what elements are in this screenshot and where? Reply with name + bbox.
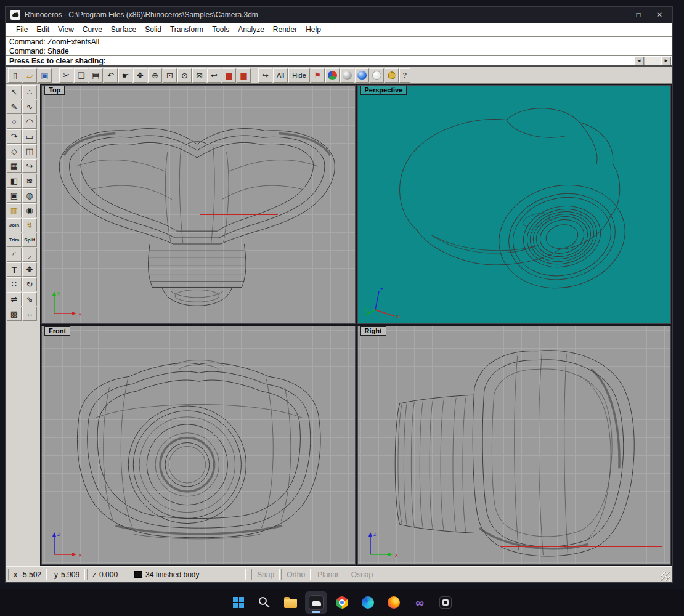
toolbar-button-view-undo[interactable]: ↩	[207, 68, 221, 83]
sidebar-tool-curve-draw[interactable]: ✎	[7, 100, 22, 114]
sidebar-tool-grid-options[interactable]: ▩	[7, 307, 22, 321]
viewport-front[interactable]: z x Front	[41, 326, 356, 565]
toolbar-button-hide[interactable]: Hide	[288, 68, 310, 83]
toolbar-button-pan[interactable]: ☛	[118, 68, 132, 83]
menu-item-tools[interactable]: Tools	[208, 24, 234, 35]
taskbar-item-search[interactable]	[253, 591, 275, 614]
toolbar-button-paste[interactable]: ▤	[89, 68, 103, 83]
taskbar-item-edge[interactable]	[357, 591, 379, 614]
viewport-label-perspective[interactable]: Perspective	[360, 86, 407, 95]
sidebar-tool-split[interactable]: Split	[22, 233, 37, 247]
sidebar-tool-text[interactable]: T	[7, 262, 22, 277]
prompt-scrollbar[interactable]: ◄ ►	[634, 57, 671, 65]
sidebar-tool-transform[interactable]: ✥	[22, 262, 37, 277]
menu-item-edit[interactable]: Edit	[32, 24, 54, 35]
sidebar-tool-plane[interactable]: ▦	[7, 159, 22, 173]
viewport-label-top[interactable]: Top	[44, 86, 65, 95]
sidebar-tool-dimension[interactable]: ↔	[22, 307, 37, 321]
sidebar-tool-tube[interactable]: ◫	[22, 144, 37, 158]
sidebar-tool-array[interactable]: ∷	[7, 277, 22, 291]
statusbar-pane-planar[interactable]: Planar	[312, 569, 344, 580]
sidebar-tool-curve-tools[interactable]: ↪	[22, 159, 37, 173]
toolbar-button-options-gear[interactable]	[385, 68, 399, 83]
toolbar-button-render-preview-car[interactable]: ▆	[237, 68, 251, 83]
menu-item-help[interactable]: Help	[301, 24, 325, 35]
toolbar-button-save-file[interactable]: ▣	[38, 68, 52, 83]
toolbar-button-zoom-dynamic[interactable]: ⊕	[148, 68, 162, 83]
minimize-button[interactable]: –	[607, 7, 628, 22]
taskbar-item-firefox[interactable]	[383, 591, 405, 614]
toolbar-button-new-file[interactable]: ▯	[8, 68, 22, 83]
viewport-right[interactable]: z x Right	[357, 326, 672, 565]
taskbar-item-rhinoceros[interactable]	[305, 591, 327, 614]
toolbar-button-open-file[interactable]: ▱	[23, 68, 37, 83]
sidebar-tool-surface[interactable]: ◧	[7, 174, 22, 188]
toolbar-button-ghosted-viewport[interactable]	[370, 68, 384, 83]
sidebar-tool-curve-edit[interactable]: ↷	[7, 129, 22, 144]
viewport-perspective[interactable]: z y x Perspective	[357, 85, 672, 324]
sidebar-tool-sweep[interactable]: ≋	[22, 174, 37, 188]
sidebar-tool-point[interactable]: ∴	[22, 85, 37, 99]
sidebar-tool-freeform-curve[interactable]: ∿	[22, 100, 37, 114]
toolbar-button-shade-flag[interactable]: ⚑	[311, 68, 325, 83]
taskbar-item-chrome[interactable]	[331, 591, 353, 614]
menu-item-analyze[interactable]: Analyze	[234, 24, 269, 35]
toolbar-button-help[interactable]: ?	[399, 68, 410, 83]
sidebar-tool-fillet[interactable]: ◜	[7, 248, 22, 262]
viewport-label-front[interactable]: Front	[44, 326, 70, 336]
toolbar-button-copy[interactable]: ❏	[74, 68, 88, 83]
statusbar-pane-snap[interactable]: Snap	[251, 569, 280, 580]
toolbar-button-zoom-extents[interactable]: ⊠	[192, 68, 206, 83]
scroll-right-icon[interactable]: ►	[661, 57, 671, 65]
sidebar-tool-cylinder[interactable]: ▥	[7, 203, 22, 217]
statusbar-pane-ortho[interactable]: Ortho	[281, 569, 311, 580]
sidebar-tool-explode[interactable]: ↯	[22, 218, 37, 232]
sidebar-tool-arc[interactable]: ◠	[22, 115, 37, 129]
resize-grip[interactable]	[661, 572, 670, 581]
close-button[interactable]: ✕	[649, 7, 670, 22]
toolbar-button-zoom-window[interactable]: ⊡	[163, 68, 177, 83]
toolbar-button-rendered-viewport[interactable]	[355, 68, 369, 83]
sidebar-tool-mirror[interactable]: ⇌	[7, 292, 22, 306]
toolbar-button-move-view[interactable]: ✥	[133, 68, 147, 83]
command-history[interactable]: Command: ZoomExtentsAllCommand: Shade	[6, 36, 672, 56]
taskbar-item-app-cube[interactable]	[434, 591, 457, 614]
toolbar-button-select-all[interactable]: All	[273, 68, 288, 83]
sidebar-tool-scale[interactable]: ⇘	[22, 292, 37, 306]
sidebar-tool-circle[interactable]: ○	[7, 115, 22, 129]
toolbar-button-cut[interactable]: ✂	[59, 68, 73, 83]
menu-item-curve[interactable]: Curve	[78, 24, 107, 35]
toolbar-button-zoom-selected[interactable]: ⊙	[177, 68, 192, 83]
sidebar-tool-chamfer[interactable]: ◞	[22, 248, 37, 262]
statusbar-pane-osnap[interactable]: Osnap	[346, 569, 378, 580]
command-prompt[interactable]: Press Esc to clear shading: ◄ ►	[6, 56, 672, 67]
menu-item-solid[interactable]: Solid	[140, 24, 166, 35]
layer-indicator[interactable]: 34 finished body	[129, 569, 246, 580]
sidebar-tool-trim[interactable]: Trim	[7, 233, 22, 247]
taskbar-item-start[interactable]	[227, 591, 250, 614]
menu-item-file[interactable]: File	[12, 24, 32, 35]
menu-item-transform[interactable]: Transform	[166, 24, 208, 35]
menu-item-surface[interactable]: Surface	[107, 24, 140, 35]
toolbar-button-undo[interactable]: ↶	[104, 68, 118, 83]
taskbar-item-file-explorer[interactable]	[279, 591, 301, 614]
menu-item-view[interactable]: View	[54, 24, 78, 35]
taskbar-item-visual-studio[interactable]: ∞	[409, 591, 431, 614]
toolbar-button-render-car[interactable]: ▆	[222, 68, 236, 83]
sidebar-tool-polygon[interactable]: ◇	[7, 144, 22, 158]
scroll-left-icon[interactable]: ◄	[634, 57, 644, 65]
menu-item-render[interactable]: Render	[269, 24, 301, 35]
sidebar-tool-join[interactable]: Join	[7, 218, 22, 232]
titlebar[interactable]: Rhinoceros - C:\Program Files (x86)\Rhin…	[6, 7, 672, 23]
viewport-label-right[interactable]: Right	[360, 326, 386, 336]
sidebar-tool-rotate[interactable]: ↻	[22, 277, 37, 291]
sidebar-tool-select[interactable]: ↖	[7, 85, 22, 99]
toolbar-button-shaded-viewport[interactable]	[340, 68, 354, 83]
sidebar-tool-boolean[interactable]: ◍	[22, 188, 37, 203]
toolbar-button-color-wheel[interactable]	[325, 68, 340, 83]
toolbar-button-restore-view[interactable]: ↪	[258, 68, 272, 83]
sidebar-tool-sphere[interactable]: ◉	[22, 203, 37, 217]
scroll-track[interactable]	[644, 57, 661, 65]
maximize-button[interactable]: □	[628, 7, 649, 22]
viewport-top[interactable]: y x Top	[41, 85, 356, 324]
